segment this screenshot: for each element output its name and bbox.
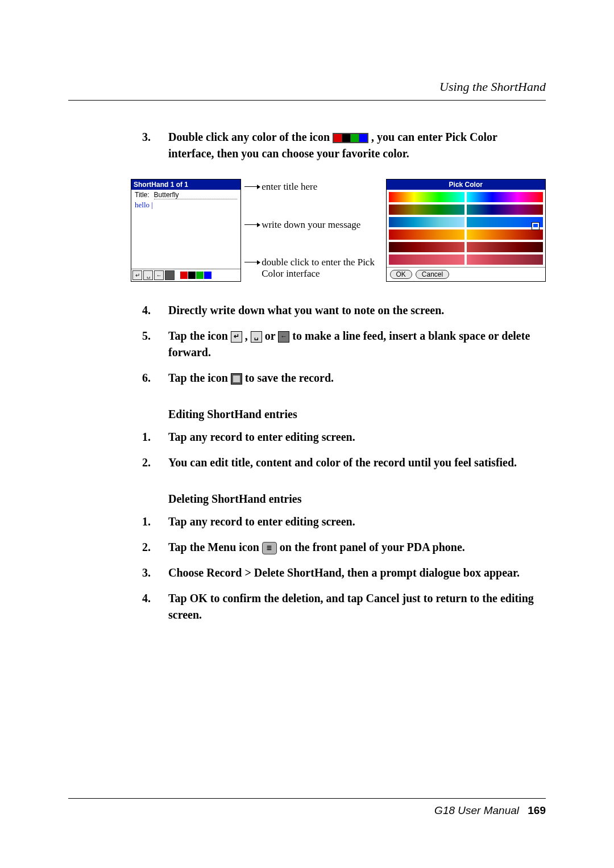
menu-icon: ☰ bbox=[262, 542, 277, 554]
color-selector-icon bbox=[532, 223, 539, 229]
running-header: Using the ShortHand bbox=[68, 80, 546, 101]
editing-title: Editing ShortHand entries bbox=[168, 408, 546, 421]
step-number: 2. bbox=[142, 454, 168, 471]
step-text: Tap any record to enter editing screen. bbox=[168, 514, 546, 530]
save-icon[interactable] bbox=[165, 270, 175, 280]
color-grid[interactable] bbox=[387, 190, 546, 267]
figure-pick-color: ShortHand 1 of 1 Title: Butterfly hello … bbox=[131, 179, 546, 282]
step-text: Double click any color of the icon , you… bbox=[168, 129, 546, 162]
handwritten-text: hello bbox=[135, 201, 150, 209]
text-part-a: Tap the icon bbox=[168, 329, 231, 342]
step-number: 1. bbox=[142, 514, 168, 530]
deleting-step-3: 3. Choose Record > Delete ShortHand, the… bbox=[142, 565, 546, 581]
pick-color-buttons: OK Cancel bbox=[387, 267, 546, 281]
step-4: 4. Directly write down what you want to … bbox=[142, 302, 546, 319]
or: or bbox=[265, 329, 279, 342]
space-icon[interactable]: ␣ bbox=[143, 270, 153, 280]
step-3: 3. Double click any color of the icon , … bbox=[142, 129, 546, 162]
ok-button[interactable]: OK bbox=[390, 270, 412, 279]
callout-pickcolor: double click to enter the Pick Color int… bbox=[251, 257, 375, 279]
text-part-a: Tap the Menu icon bbox=[168, 541, 262, 553]
toolbar-color-swatches[interactable] bbox=[180, 272, 211, 279]
title-label: Title: bbox=[135, 191, 150, 199]
step-text: Tap the Menu icon ☰ on the front panel o… bbox=[168, 539, 546, 556]
manual-title: G18 User Manual bbox=[434, 804, 519, 816]
pick-color-header: Pick Color bbox=[387, 180, 546, 190]
shorthand-title-row: Title: Butterfly bbox=[131, 190, 240, 199]
step-text: Choose Record > Delete ShortHand, then a… bbox=[168, 565, 546, 581]
color-swatch-icon bbox=[333, 133, 368, 143]
step-number: 1. bbox=[142, 429, 168, 445]
editing-step-1: 1. Tap any record to enter editing scree… bbox=[142, 429, 546, 445]
shorthand-toolbar: ↵ ␣ ← bbox=[131, 269, 240, 281]
deleting-step-1: 1. Tap any record to enter editing scree… bbox=[142, 514, 546, 530]
back-icon[interactable]: ← bbox=[154, 270, 164, 280]
deleting-title: Deleting ShortHand entries bbox=[168, 493, 546, 506]
step-number: 6. bbox=[142, 370, 168, 386]
shorthand-body[interactable]: hello | bbox=[131, 199, 240, 269]
text-part-b: on the front panel of your PDA phone. bbox=[280, 541, 465, 553]
step-text: You can edit title, content and color of… bbox=[168, 454, 546, 471]
cancel-button[interactable]: Cancel bbox=[416, 270, 449, 279]
page-footer: G18 User Manual 169 bbox=[68, 798, 546, 817]
shorthand-titlebar: ShortHand 1 of 1 bbox=[131, 180, 240, 190]
deleting-step-4: 4. Tap OK to confirm the deletion, and t… bbox=[142, 590, 546, 623]
step-text: Tap the icon to save the record. bbox=[168, 370, 546, 386]
text-part-b: to save the record. bbox=[245, 372, 334, 384]
title-value[interactable]: Butterfly bbox=[154, 191, 238, 199]
step-text: Tap the icon ↵ , ␣ or ← to make a line f… bbox=[168, 328, 546, 361]
step-text: Tap OK to confirm the deletion, and tap … bbox=[168, 590, 546, 623]
step-number: 4. bbox=[142, 590, 168, 623]
step-number: 3. bbox=[142, 129, 168, 162]
page-number: 169 bbox=[528, 804, 546, 816]
back-icon: ← bbox=[278, 331, 289, 343]
space-icon: ␣ bbox=[251, 331, 262, 343]
save-icon bbox=[231, 373, 242, 385]
step-5: 5. Tap the icon ↵ , ␣ or ← to make a lin… bbox=[142, 328, 546, 361]
step-number: 5. bbox=[142, 328, 168, 361]
deleting-step-2: 2. Tap the Menu icon ☰ on the front pane… bbox=[142, 539, 546, 556]
linefeed-icon[interactable]: ↵ bbox=[132, 270, 142, 280]
step-number: 2. bbox=[142, 539, 168, 556]
figure-callouts: enter title here write down your message… bbox=[251, 179, 375, 282]
step-6: 6. Tap the icon to save the record. bbox=[142, 370, 546, 386]
comma: , bbox=[245, 329, 251, 342]
shorthand-screen: ShortHand 1 of 1 Title: Butterfly hello … bbox=[131, 179, 241, 282]
step-number: 3. bbox=[142, 565, 168, 581]
main-content: 3. Double click any color of the icon , … bbox=[142, 129, 546, 623]
linefeed-icon: ↵ bbox=[231, 331, 242, 343]
step-number: 4. bbox=[142, 302, 168, 319]
text-part-a: Tap the icon bbox=[168, 372, 231, 384]
editing-step-2: 2. You can edit title, content and color… bbox=[142, 454, 546, 471]
callout-message: write down your message bbox=[251, 219, 375, 231]
callout-title: enter title here bbox=[251, 181, 375, 193]
text-part-a: Double click any color of the icon bbox=[168, 131, 330, 143]
step-text: Tap any record to enter editing screen. bbox=[168, 429, 546, 445]
step-text: Directly write down what you want to not… bbox=[168, 302, 546, 319]
pick-color-dialog: Pick Color OK Cancel bbox=[386, 179, 546, 282]
